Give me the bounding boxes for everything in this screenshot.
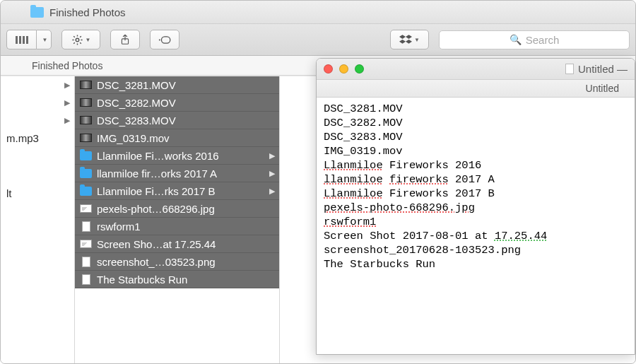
text-line: DSC_3283.MOV: [324, 130, 628, 144]
text-line: Screen Shot 2017-08-01 at 17.25.44: [324, 229, 628, 243]
file-name: pexels-phot…668296.jpg: [97, 203, 215, 215]
svg-rect-10: [161, 36, 170, 42]
chevron-right-icon: ▶: [64, 81, 70, 90]
chevron-right-icon: ▶: [64, 116, 70, 125]
tab-label: Untitled: [586, 83, 619, 94]
file-name: Screen Sho…at 17.25.44: [97, 238, 216, 250]
text-line: IMG_0319.mov: [324, 144, 628, 158]
file-name: IMG_0319.mov: [97, 132, 170, 144]
text-line: pexels-photo-668296.jpg: [324, 201, 628, 215]
svg-line-5: [73, 36, 75, 37]
fullscreen-button[interactable]: [355, 64, 364, 74]
file-row[interactable]: Llanmiloe Fi…works 2016▶: [75, 147, 279, 165]
tags-button[interactable]: [150, 30, 179, 49]
path-label: Finished Photos: [32, 60, 102, 71]
text-line: DSC_3282.MOV: [324, 116, 628, 130]
image-icon: [80, 204, 92, 213]
svg-line-7: [73, 42, 75, 44]
svg-point-0: [76, 38, 79, 42]
text-line: Llanmiloe Fireworks 2017 B: [324, 187, 628, 201]
file-row[interactable]: Llanmiloe Fi…rks 2017 B▶: [75, 182, 279, 200]
parent-row[interactable]: m.mp3: [1, 129, 74, 147]
view-mode-group: ▼: [6, 30, 52, 49]
text-line: rswform1: [324, 215, 628, 229]
columns-view-button[interactable]: [6, 30, 36, 49]
parent-row[interactable]: ▶: [1, 94, 74, 112]
file-name: The Starbucks Run: [97, 274, 187, 286]
close-button[interactable]: [324, 64, 333, 74]
text-line: screenshot_20170628-103523.png: [324, 243, 628, 257]
textedit-body[interactable]: DSC_3281.MOVDSC_3282.MOVDSC_3283.MOVIMG_…: [317, 98, 635, 276]
file-row[interactable]: screenshot_…03523.png: [75, 253, 279, 271]
chevron-down-icon: ▼: [42, 37, 48, 43]
file-row[interactable]: DSC_3281.MOV: [75, 76, 279, 94]
window-title: Finished Photos: [49, 6, 126, 18]
file-row[interactable]: DSC_3282.MOV: [75, 94, 279, 112]
movie-icon: [80, 115, 92, 125]
parent-row[interactable]: [1, 157, 74, 175]
search-input[interactable]: 🔍 Search: [439, 30, 630, 49]
textedit-window: Untitled — Untitled DSC_3281.MOVDSC_3282…: [316, 58, 635, 355]
text-line: llanmiloe fireworks 2017 A: [324, 172, 628, 187]
text-line: DSC_3281.MOV: [324, 102, 628, 116]
file-row[interactable]: llanmiloe fir…orks 2017 A▶: [75, 165, 279, 182]
text-line: The Starbucks Run: [324, 257, 628, 271]
share-button[interactable]: [110, 30, 140, 49]
share-icon: [120, 34, 130, 45]
file-row[interactable]: DSC_3283.MOV: [75, 112, 279, 129]
finder-titlebar[interactable]: Finished Photos: [1, 1, 635, 24]
textedit-titlebar[interactable]: Untitled —: [317, 59, 635, 80]
document-icon: [80, 274, 92, 284]
svg-point-11: [159, 39, 160, 40]
search-placeholder: Search: [526, 34, 560, 46]
file-column[interactable]: DSC_3281.MOVDSC_3282.MOVDSC_3283.MOVIMG_…: [75, 76, 280, 363]
movie-icon: [80, 80, 92, 90]
chevron-right-icon: ▶: [269, 169, 275, 178]
file-name: Llanmiloe Fi…works 2016: [97, 150, 219, 162]
svg-line-8: [80, 36, 81, 37]
columns-view-icon: [16, 36, 28, 44]
parent-row[interactable]: lt: [1, 184, 74, 202]
file-row[interactable]: Screen Sho…at 17.25.44: [75, 235, 279, 253]
search-icon: 🔍: [510, 34, 522, 45]
folder-icon: [30, 7, 44, 18]
file-name: DSC_3283.MOV: [97, 115, 176, 127]
document-icon: [565, 64, 574, 74]
textedit-title: Untitled —: [578, 63, 628, 75]
parent-row[interactable]: ▶: [1, 76, 74, 94]
folder-icon: [80, 168, 92, 178]
document-icon: [80, 221, 92, 231]
document-icon: [80, 257, 92, 266]
tags-icon: [158, 35, 172, 45]
image-icon: [80, 239, 92, 249]
view-mode-dropdown[interactable]: ▼: [36, 30, 52, 49]
textedit-tabbar[interactable]: Untitled: [317, 80, 635, 98]
chevron-right-icon: ▶: [269, 187, 275, 196]
file-name: llanmiloe fir…orks 2017 A: [97, 168, 217, 180]
movie-icon: [80, 133, 92, 143]
file-row[interactable]: IMG_0319.mov: [75, 129, 279, 147]
chevron-down-icon: ▼: [414, 37, 420, 43]
svg-line-6: [80, 42, 81, 44]
gear-icon: [71, 34, 83, 46]
parent-column[interactable]: ▶▶▶m.mp3lt: [1, 76, 75, 363]
row-label: m.mp3: [6, 132, 39, 144]
finder-toolbar: ▼ ▼: [1, 24, 635, 56]
file-row[interactable]: The Starbucks Run: [75, 271, 279, 288]
chevron-right-icon: ▶: [64, 98, 70, 107]
file-name: DSC_3282.MOV: [97, 97, 176, 109]
folder-icon: [80, 186, 92, 196]
dropbox-icon: [399, 34, 412, 45]
row-label: lt: [6, 187, 12, 199]
window-controls: [324, 64, 364, 74]
file-name: screenshot_…03523.png: [97, 256, 216, 268]
action-menu-button[interactable]: ▼: [61, 30, 100, 49]
dropbox-menu-button[interactable]: ▼: [390, 30, 429, 49]
file-row[interactable]: pexels-phot…668296.jpg: [75, 200, 279, 218]
file-name: DSC_3281.MOV: [97, 79, 176, 91]
file-row[interactable]: rswform1: [75, 218, 279, 235]
minimize-button[interactable]: [339, 64, 348, 74]
text-line: Llanmiloe Fireworks 2016: [324, 158, 628, 172]
folder-icon: [80, 151, 92, 160]
parent-row[interactable]: ▶: [1, 112, 74, 129]
